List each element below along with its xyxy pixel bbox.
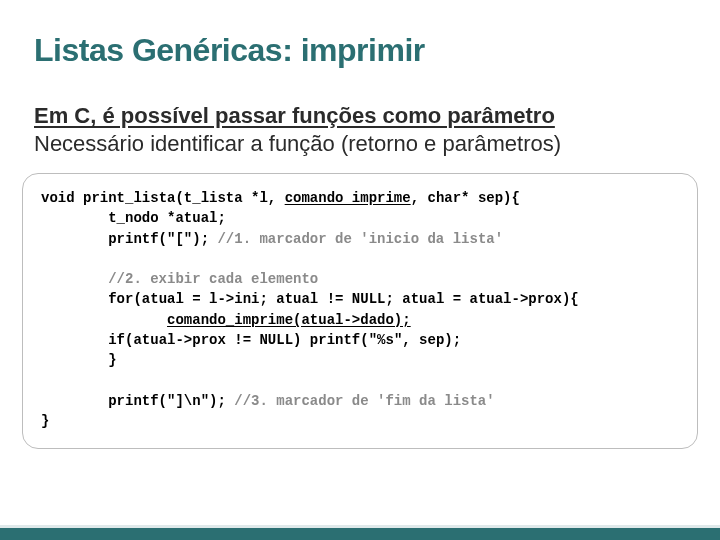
code-content: void print_lista(t_lista *l, comando imp…	[41, 188, 679, 432]
code-text: (atual->prox != NULL) printf("%s", sep);	[125, 332, 461, 348]
code-line: }	[41, 352, 117, 368]
keyword-char: char	[428, 190, 462, 206]
code-line: t_nodo *atual;	[41, 210, 226, 226]
keyword-for: for	[108, 291, 133, 307]
comment: //1. marcador de 'inicio da lista'	[217, 231, 503, 247]
code-text: printf("]\n");	[41, 393, 234, 409]
code-text: * sep){	[461, 190, 520, 206]
code-text: printf("[");	[41, 231, 217, 247]
call-underlined: comando_imprime(atual->dado);	[167, 312, 411, 328]
comment: //2. exibir cada elemento	[41, 271, 318, 287]
function-name: print_lista	[83, 190, 175, 206]
code-block: void print_lista(t_lista *l, comando imp…	[22, 173, 698, 449]
code-text: ,	[411, 190, 428, 206]
intro-line-2: Necessário identificar a função (retorno…	[0, 129, 720, 157]
code-line: }	[41, 413, 49, 429]
param-underlined: comando imprime	[285, 190, 411, 206]
intro-line-1: Em C, é possível passar funções como par…	[0, 77, 720, 129]
code-text	[41, 291, 108, 307]
keyword-void: void	[41, 190, 75, 206]
comment: //3. marcador de 'fim da lista'	[234, 393, 494, 409]
code-text	[41, 312, 167, 328]
code-text	[75, 190, 83, 206]
footer-bar	[0, 528, 720, 540]
code-text: (t_lista *l,	[175, 190, 284, 206]
keyword-if: if	[108, 332, 125, 348]
code-text	[41, 332, 108, 348]
code-text: (atual = l->ini; atual != NULL; atual = …	[133, 291, 578, 307]
slide-title: Listas Genéricas: imprimir	[0, 0, 720, 77]
